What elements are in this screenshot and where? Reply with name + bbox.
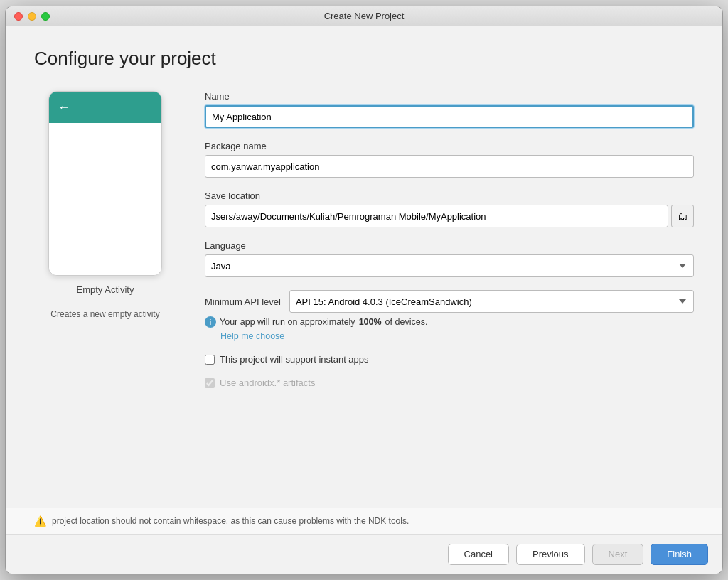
phone-mockup: ← (48, 91, 162, 276)
min-api-select[interactable]: API 15: Android 4.0.3 (IceCreamSandwich)… (289, 290, 694, 313)
api-row: Minimum API level API 15: Android 4.0.3 … (205, 290, 694, 313)
phone-header: ← (49, 92, 161, 123)
activity-label: Empty Activity (77, 284, 134, 295)
name-label: Name (205, 91, 694, 102)
package-input[interactable] (205, 155, 694, 178)
save-location-input[interactable] (205, 205, 668, 227)
minimize-button[interactable] (28, 12, 36, 21)
save-location-group: Save location 🗂 (205, 190, 694, 227)
main-area: ← Empty Activity Creates a new empty act… (34, 91, 694, 508)
footer: Cancel Previous Next Finish (6, 534, 722, 574)
previous-button[interactable]: Previous (516, 544, 585, 565)
androidx-checkbox (205, 378, 215, 388)
info-text-after: of devices. (385, 317, 428, 327)
warning-bar: ⚠️ project location should not contain w… (6, 508, 722, 534)
androidx-label: Use androidx.* artifacts (220, 377, 315, 388)
finish-button[interactable]: Finish (651, 544, 708, 565)
instant-apps-checkbox[interactable] (205, 355, 215, 365)
package-label: Package name (205, 141, 694, 151)
maximize-button[interactable] (41, 12, 50, 21)
min-api-label: Minimum API level (205, 296, 281, 307)
info-text-before: Your app will run on approximately (220, 317, 355, 327)
instant-apps-label: This project will support instant apps (220, 354, 369, 365)
phone-body (49, 123, 161, 275)
name-group: Name (205, 91, 694, 128)
next-button: Next (592, 544, 644, 565)
save-location-row: 🗂 (205, 205, 694, 227)
warning-icon: ⚠️ (34, 515, 46, 527)
titlebar: Create New Project (6, 6, 722, 26)
window-title: Create New Project (324, 11, 405, 21)
right-panel: Name Package name Save location 🗂 (205, 91, 694, 508)
package-group: Package name (205, 141, 694, 178)
warning-text: project location should not contain whit… (52, 516, 409, 526)
help-me-choose-link[interactable]: Help me choose (220, 331, 694, 341)
browse-folder-button[interactable]: 🗂 (671, 205, 694, 227)
language-select[interactable]: Java Kotlin (205, 254, 694, 277)
androidx-row: Use androidx.* artifacts (205, 377, 694, 388)
min-api-group: Minimum API level API 15: Android 4.0.3 … (205, 290, 694, 341)
cancel-button[interactable]: Cancel (448, 544, 509, 565)
info-bold: 100% (359, 317, 382, 327)
language-group: Language Java Kotlin (205, 240, 694, 277)
content-area: Configure your project ← Empty Activity … (6, 26, 722, 508)
left-panel: ← Empty Activity Creates a new empty act… (34, 91, 176, 508)
window-controls (14, 12, 50, 21)
close-button[interactable] (14, 12, 23, 21)
save-location-label: Save location (205, 190, 694, 201)
instant-apps-row: This project will support instant apps (205, 354, 694, 365)
main-window: Create New Project Configure your projec… (5, 6, 723, 574)
language-label: Language (205, 240, 694, 251)
name-input[interactable] (205, 105, 694, 128)
back-arrow-icon: ← (58, 100, 70, 115)
page-title: Configure your project (34, 48, 694, 70)
info-row: i Your app will run on approximately 100… (205, 316, 694, 328)
creates-label: Creates a new empty activity (50, 309, 159, 319)
info-icon: i (205, 316, 216, 328)
